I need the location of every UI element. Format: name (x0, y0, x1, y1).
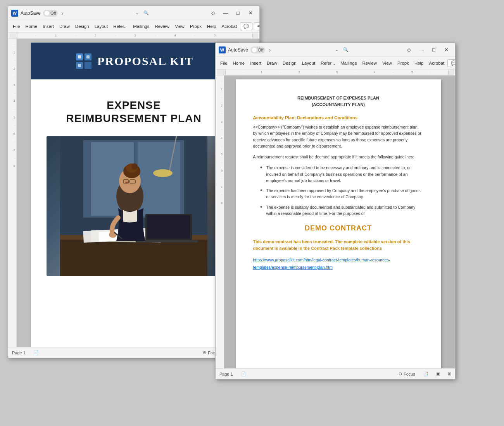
cover-header: Proposal Kit (31, 43, 236, 79)
doc-title-line2: (ACCOUNTABILITY PLAN) (253, 101, 424, 108)
menu-file-2[interactable]: File (218, 60, 230, 67)
toggle-circle-2 (252, 48, 257, 52)
toggle-state-2: Off (258, 48, 263, 52)
paragraph-2: A reimbursement request shall be deemed … (253, 154, 424, 160)
menu-insert-2[interactable]: Insert (248, 60, 264, 67)
svg-rect-5 (78, 55, 81, 58)
svg-rect-4 (85, 62, 91, 69)
comment-button-1[interactable]: 💬 (240, 22, 252, 30)
menu-help-2[interactable]: Help (412, 60, 426, 67)
side-ruler-1: · 1 · 2 · 3 · 4 · 5 · 6 · 7 · 8 (8, 39, 17, 347)
menu-view-1[interactable]: View (173, 23, 187, 30)
demo-contract-section: DEMO CONTRACT This demo contract has bee… (253, 224, 424, 271)
menu-design-2[interactable]: Design (280, 60, 299, 67)
diamond-btn-1[interactable]: ◇ (207, 7, 219, 19)
demo-link[interactable]: https://www.proposalkit.com/htm/legal-co… (253, 258, 390, 270)
menu-references-2[interactable]: Refer... (318, 60, 337, 67)
title-bar-1: W AutoSave Off › ⌄ 🔍 ◇ — □ ✕ (8, 6, 259, 20)
page-indicator-1: Page 1 (12, 350, 26, 355)
menu-acrobat-1[interactable]: Acrobat (219, 23, 240, 30)
menu-help-1[interactable]: Help (205, 23, 219, 30)
autosave-toggle-2[interactable]: Off (250, 46, 265, 53)
word-window-2: W AutoSave Off › ⌄ 🔍 ◇ — □ ✕ File Home I… (215, 43, 456, 380)
bullet-item-3: The expense is suitably documented and s… (261, 204, 424, 217)
maximize-btn-2[interactable]: □ (428, 44, 440, 56)
minimize-btn-2[interactable]: — (416, 44, 427, 56)
autosave-toggle-1[interactable]: Off (43, 10, 57, 17)
ruler-1: · 1 · 2 · 3 · 4 · 5 · (8, 33, 259, 39)
ruler-right-2 (448, 69, 454, 75)
menu-home-1[interactable]: Home (23, 23, 40, 30)
title-dropdown-2: ⌄ (335, 47, 338, 52)
focus-icon-1: ⊙ (203, 350, 206, 355)
menu-review-1[interactable]: Review (152, 23, 172, 30)
bullet-list: The expense is considered to be necessar… (261, 165, 424, 216)
doc-stats-icon-1: 📄 (33, 350, 39, 355)
menu-layout-1[interactable]: Layout (92, 23, 110, 30)
menu-mailings-1[interactable]: Mailings (131, 23, 152, 30)
menu-view-2[interactable]: View (380, 60, 394, 67)
bullet-item-2: The expense has been approved by Company… (261, 187, 424, 200)
title-search-2[interactable]: 🔍 (343, 47, 349, 52)
proposal-kit-logo: Proposal Kit (74, 52, 193, 71)
svg-point-35 (109, 232, 117, 238)
minimize-btn-1[interactable]: — (220, 7, 231, 19)
title-bar-center-2: ⌄ 🔍 (280, 47, 403, 52)
doc-stats-icon-2: 📄 (241, 371, 246, 376)
doc-title-block: REIMBURSEMENT OF EXPENSES PLAN (ACCOUNTA… (253, 95, 424, 108)
doc-main-title: EXPENSE REIMBURSEMENT PLAN (47, 99, 221, 125)
title-bar-2: W AutoSave Off › ⌄ 🔍 ◇ — □ ✕ (216, 43, 455, 57)
diamond-btn-2[interactable]: ◇ (403, 44, 415, 56)
cover-image (47, 136, 221, 276)
close-btn-2[interactable]: ✕ (440, 44, 452, 56)
paragraph-1: <<Company>> ("Company") wishes to establ… (253, 124, 424, 149)
title-bar-center-search[interactable]: 🔍 (143, 10, 149, 15)
maximize-btn-1[interactable]: □ (232, 7, 244, 19)
menu-draw-1[interactable]: Draw (57, 23, 72, 30)
menu-file-1[interactable]: File (10, 23, 22, 30)
side-ruler-2: · 1 · 2 · 3 · 4 · 5 · 6 · 7 · 8 (216, 76, 224, 368)
ribbon-right-1: 💬 ✏ Editing › (240, 22, 260, 30)
view-icon-6: ⊞ (448, 371, 451, 376)
doc-title-line1: REIMBURSEMENT OF EXPENSES PLAN (253, 95, 424, 101)
menu-insert-1[interactable]: Insert (40, 23, 56, 30)
ruler-corner-2 (217, 69, 226, 75)
word-icon-1: W (11, 10, 18, 17)
menu-home-2[interactable]: Home (231, 60, 247, 67)
menu-acrobat-2[interactable]: Acrobat (427, 60, 447, 67)
comment-button-2[interactable]: 💬 (447, 59, 456, 67)
title-bar-search-1: ⌄ (135, 10, 139, 15)
menu-draw-2[interactable]: Draw (264, 60, 280, 67)
pk-icon (74, 52, 93, 71)
ribbon-1: File Home Insert Draw Design Layout Refe… (8, 20, 259, 33)
autosave-label-1: AutoSave (21, 10, 41, 16)
menu-design-1[interactable]: Design (73, 23, 91, 30)
focus-label-2[interactable]: ⊙ Focus (399, 371, 415, 376)
comment-icon-2: 💬 (451, 60, 456, 66)
section-heading: Accountability Plan: Declarations and Co… (253, 115, 424, 120)
demo-title: DEMO CONTRACT (253, 224, 424, 232)
toggle-circle-1 (45, 11, 49, 15)
close-btn-1[interactable]: ✕ (245, 7, 256, 19)
menu-propk-2[interactable]: Propk (395, 60, 411, 67)
ruler-corner-1 (10, 33, 18, 38)
menu-propk-1[interactable]: Propk (188, 23, 204, 30)
doc-content-area-2[interactable]: · 1 · 2 · 3 · 4 · 5 · 6 · 7 · 8 REIMBURS… (216, 76, 455, 368)
view-icon-4: 📑 (423, 371, 428, 376)
title-bar-center-1: ⌄ 🔍 (77, 10, 207, 15)
pk-title: Proposal Kit (97, 55, 193, 68)
svg-line-31 (125, 182, 128, 183)
status-bar-2: Page 1 📄 ⊙ Focus 📑 ▣ ⊞ (216, 368, 455, 379)
ribbon-2: File Home Insert Draw Design Layout Refe… (216, 57, 455, 69)
content-document: REIMBURSEMENT OF EXPENSES PLAN (ACCOUNTA… (236, 79, 441, 368)
menu-mailings-2[interactable]: Mailings (338, 60, 359, 67)
menu-references-1[interactable]: Refer... (111, 23, 130, 30)
menu-review-2[interactable]: Review (360, 60, 379, 67)
svg-rect-11 (138, 142, 180, 216)
cover-document: Proposal Kit EXPENSE REIMBURSEMENT PLAN (31, 43, 236, 347)
editing-button-1[interactable]: ✏ Editing › (254, 22, 260, 30)
menu-layout-2[interactable]: Layout (300, 60, 318, 67)
toggle-state-1: Off (50, 11, 56, 15)
ruler-marks-1: · 1 · 2 · 3 · 4 · 5 · (18, 34, 252, 37)
title-bar-controls-1: ◇ — □ ✕ (207, 7, 256, 19)
